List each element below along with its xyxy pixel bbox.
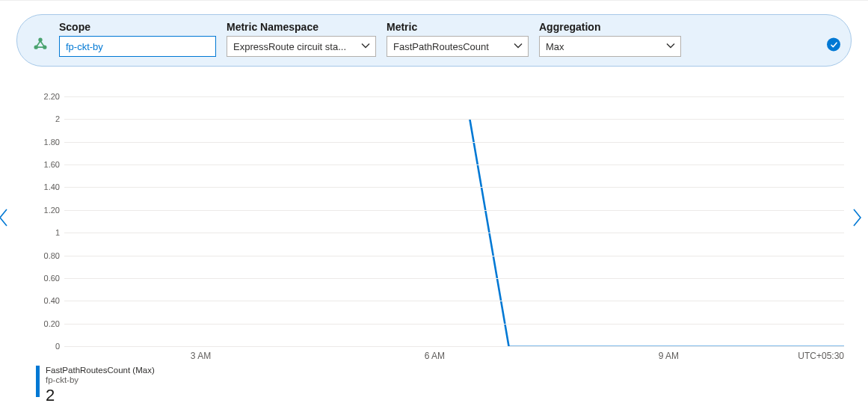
legend-value: 2 (46, 386, 155, 405)
chevron-down-icon (360, 40, 371, 53)
y-tick: 0.40 (44, 296, 60, 305)
previous-button[interactable] (0, 203, 12, 233)
metric-filter: Scope fp-ckt-by Metric Namespace Express… (16, 14, 852, 67)
timezone-label: UTC+05:30 (798, 351, 844, 361)
y-tick: 1.40 (44, 182, 60, 191)
legend-text: FastPathRoutesCount (Max) fp-ckt-by 2 (46, 366, 155, 405)
scope-field[interactable]: fp-ckt-by (59, 36, 216, 57)
namespace-group: Metric Namespace ExpressRoute circuit st… (227, 21, 376, 57)
chart-gridline (64, 324, 844, 325)
x-tick: 3 AM (191, 351, 211, 361)
chart-gridline (64, 278, 844, 279)
y-tick: 1.80 (44, 138, 60, 147)
resource-network-icon (32, 36, 49, 52)
chevron-down-icon (513, 40, 523, 53)
namespace-label: Metric Namespace (227, 21, 376, 33)
svg-point-2 (43, 46, 46, 49)
metric-label: Metric (387, 21, 529, 33)
y-tick: 0.20 (44, 319, 60, 328)
metric-value: FastPathRoutesCount (393, 41, 489, 52)
chevron-down-icon (665, 40, 676, 53)
x-tick: 9 AM (659, 351, 679, 361)
chart-gridline (64, 233, 844, 233)
chart: UTC+05:30 00.200.400.600.8011.201.401.60… (37, 96, 844, 361)
metric-select[interactable]: FastPathRoutesCount (387, 36, 529, 57)
y-tick: 1 (55, 228, 60, 237)
scope-value: fp-ckt-by (66, 41, 103, 52)
y-tick: 0.80 (44, 251, 60, 260)
chart-legend[interactable]: FastPathRoutesCount (Max) fp-ckt-by 2 (36, 366, 155, 405)
svg-point-0 (39, 38, 42, 41)
metric-group: Metric FastPathRoutesCount (387, 21, 529, 57)
chart-gridline (64, 187, 844, 188)
chart-gridline (64, 164, 844, 165)
chart-gridline (64, 301, 844, 301)
chart-gridline (64, 210, 844, 211)
aggregation-label: Aggregation (539, 21, 681, 33)
x-tick: 6 AM (425, 351, 445, 361)
y-tick: 2 (55, 114, 60, 123)
y-tick: 1.20 (44, 206, 60, 215)
aggregation-select[interactable]: Max (539, 36, 681, 57)
legend-sub: fp-ckt-by (46, 375, 155, 385)
chart-gridline (64, 346, 844, 347)
legend-swatch (36, 366, 40, 397)
namespace-select[interactable]: ExpressRoute circuit sta... (227, 36, 376, 57)
chart-plot: UTC+05:30 00.200.400.600.8011.201.401.60… (64, 96, 844, 346)
chart-gridline (64, 96, 844, 97)
chart-gridline (64, 256, 844, 256)
y-tick: 0.60 (44, 274, 60, 283)
scope-label: Scope (59, 21, 216, 33)
y-tick: 1.60 (44, 160, 60, 169)
next-button[interactable] (849, 203, 865, 233)
namespace-value: ExpressRoute circuit sta... (233, 41, 346, 52)
y-tick: 2.20 (44, 92, 60, 101)
check-icon (827, 37, 840, 51)
chart-gridline (64, 119, 844, 120)
aggregation-value: Max (546, 41, 564, 52)
scope-group: Scope fp-ckt-by (59, 21, 216, 57)
chart-gridline (64, 142, 844, 143)
y-tick: 0 (55, 342, 60, 351)
svg-point-1 (34, 46, 37, 49)
aggregation-group: Aggregation Max (539, 21, 681, 57)
legend-title: FastPathRoutesCount (Max) (46, 366, 155, 375)
chart-line (64, 96, 844, 346)
